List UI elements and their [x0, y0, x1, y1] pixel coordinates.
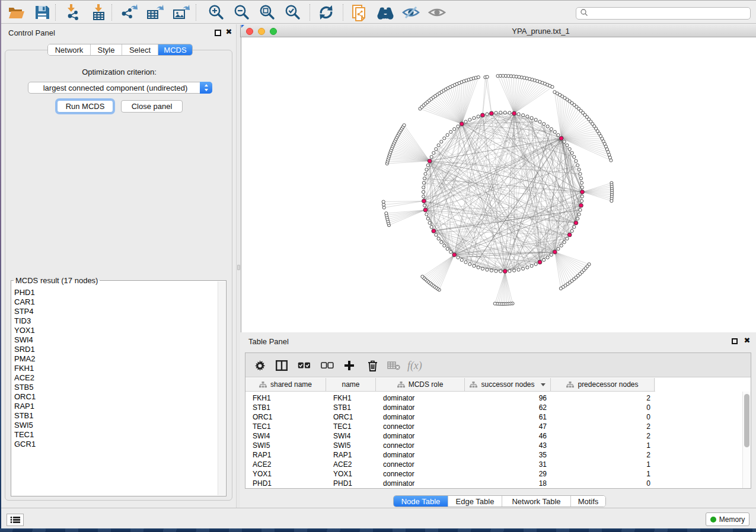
memory-status-dot [710, 517, 716, 523]
mcds-list-scrollbar[interactable] [218, 281, 225, 495]
network-titlebar: YPA_prune.txt_1 [240, 25, 756, 37]
mcds-result-item[interactable]: STB1 [12, 411, 218, 421]
column-header-successor-nodes[interactable]: successor nodes [465, 378, 551, 391]
mcds-result-item[interactable]: STB5 [12, 383, 218, 392]
search-input[interactable] [588, 9, 750, 18]
import-table-icon[interactable] [88, 3, 109, 22]
table-panel: Table Panel ✖ f(x) shared namenameMCDS r… [240, 332, 756, 508]
mcds-result-item[interactable]: GCR1 [12, 440, 218, 449]
table-row[interactable]: PHD1PHD1dominator180 [245, 479, 743, 488]
table-row[interactable]: SWI5SWI5connector431 [245, 441, 743, 450]
mcds-result-item[interactable]: FKH1 [12, 364, 218, 373]
show-eye-icon[interactable] [427, 3, 447, 22]
table-cell: 18 [465, 479, 547, 488]
add-icon[interactable] [340, 356, 359, 375]
hide-panel-eye-icon[interactable] [401, 3, 421, 22]
export-table-icon[interactable] [145, 3, 165, 22]
table-cell: dominator [383, 431, 414, 441]
float-panel-icon[interactable] [215, 30, 221, 36]
table-cell: SWI5 [253, 441, 270, 450]
vertical-splitter[interactable] [236, 24, 240, 508]
open-session-icon[interactable] [6, 3, 26, 22]
mcds-result-item[interactable]: SWI4 [12, 335, 218, 345]
table-cell: 47 [465, 422, 547, 431]
tab-node-table[interactable]: Node Table [394, 496, 448, 507]
mcds-result-item[interactable]: SWI5 [12, 421, 218, 430]
mcds-result-item[interactable]: ACE2 [12, 373, 218, 383]
mcds-result-item[interactable]: PMA2 [12, 354, 218, 364]
mcds-result-item[interactable]: YOX1 [12, 326, 218, 335]
tab-mcds[interactable]: MCDS [158, 44, 192, 55]
table-row[interactable]: SWI4SWI4dominator462 [245, 431, 743, 441]
mcds-result-item[interactable]: ORC1 [12, 392, 218, 402]
window-zoom-button[interactable] [270, 28, 277, 35]
deselect-all-icon[interactable] [318, 356, 337, 375]
tab-edge-table[interactable]: Edge Table [448, 496, 502, 507]
tab-network[interactable]: Network [48, 44, 91, 55]
import-network-icon[interactable] [62, 3, 82, 22]
column-header-MCDS-role[interactable]: MCDS role [376, 378, 465, 391]
binoculars-icon[interactable] [375, 3, 395, 22]
close-panel-button[interactable]: Close panel [121, 100, 183, 113]
table-scrollbar-thumb[interactable] [744, 394, 749, 447]
table-cell: 96 [465, 393, 547, 403]
table-close-icon[interactable]: ✖ [742, 336, 752, 345]
zoom-selected-icon[interactable] [282, 3, 302, 22]
table-float-icon[interactable] [732, 338, 738, 344]
status-menu-button[interactable] [7, 514, 24, 526]
table-cell: 62 [465, 403, 547, 412]
run-mcds-button[interactable]: Run MCDS [57, 100, 113, 113]
control-panel-title: Control Panel [8, 28, 55, 37]
memory-button[interactable]: Memory [706, 512, 749, 526]
tab-motifs[interactable]: Motifs [571, 496, 605, 507]
mcds-result-item[interactable]: RAP1 [12, 402, 218, 411]
mcds-result-list[interactable]: PHD1CAR1STP4TID3YOX1SWI4SRD1PMA2FKH1ACE2… [12, 281, 218, 495]
select-all-icon[interactable] [295, 356, 314, 375]
column-header-predecessor-nodes[interactable]: predecessor nodes [551, 378, 655, 391]
columns-icon[interactable] [272, 356, 291, 375]
mcds-result-item[interactable]: PHD1 [12, 288, 218, 297]
delete-icon[interactable] [363, 356, 382, 375]
criterion-dropdown[interactable]: largest connected component (undirected) [28, 82, 212, 94]
table-row[interactable]: STB1STB1dominator620 [245, 403, 743, 412]
zoom-out-icon[interactable] [231, 3, 251, 22]
mcds-result-item[interactable]: SRD1 [12, 345, 218, 354]
network-canvas[interactable] [241, 37, 756, 332]
toolbar-separator [55, 4, 56, 21]
column-header-shared-name[interactable]: shared name [245, 378, 326, 391]
table-row[interactable]: ORC1ORC1dominator610 [245, 412, 743, 422]
refresh-icon[interactable] [316, 3, 336, 22]
table-row[interactable]: TEC1TEC1connector472 [245, 422, 743, 431]
window-close-button[interactable] [246, 28, 253, 35]
search-box[interactable] [576, 7, 751, 20]
mcds-result-item[interactable]: TEC1 [12, 430, 218, 440]
mcds-result-item[interactable]: CAR1 [12, 297, 218, 307]
save-session-icon[interactable] [32, 3, 52, 22]
tab-select[interactable]: Select [122, 44, 158, 55]
mcds-result-item[interactable]: TID3 [12, 316, 218, 326]
table-row[interactable]: RAP1RAP1dominator352 [245, 450, 743, 460]
toolbar-separator [111, 4, 112, 21]
network-view-frame: YPA_prune.txt_1 [240, 25, 756, 332]
column-header-name[interactable]: name [326, 378, 376, 391]
table-cell: STB1 [333, 403, 351, 412]
window-minimize-button[interactable] [258, 28, 265, 35]
table-scrollbar[interactable] [742, 392, 751, 488]
table-row[interactable]: FKH1FKH1dominator962 [245, 393, 743, 403]
table-row[interactable]: ACE2ACE2connector311 [245, 460, 743, 469]
status-bar: Memory [0, 508, 756, 528]
table-cell: TEC1 [333, 422, 352, 431]
zoom-fit-icon[interactable] [257, 3, 277, 22]
export-image-icon[interactable] [171, 3, 191, 22]
tab-network-table[interactable]: Network Table [502, 496, 571, 507]
mcds-result-item[interactable]: STP4 [12, 307, 218, 316]
network-documents-icon[interactable] [349, 3, 369, 22]
table-cell: YOX1 [253, 469, 272, 479]
close-panel-icon[interactable]: ✖ [224, 27, 234, 37]
table-cell: dominator [383, 393, 414, 403]
zoom-in-icon[interactable] [206, 3, 226, 22]
table-row[interactable]: YOX1YOX1connector291 [245, 469, 743, 479]
gear-icon[interactable] [250, 356, 269, 375]
tab-style[interactable]: Style [91, 44, 122, 55]
export-network-icon[interactable] [119, 3, 139, 22]
